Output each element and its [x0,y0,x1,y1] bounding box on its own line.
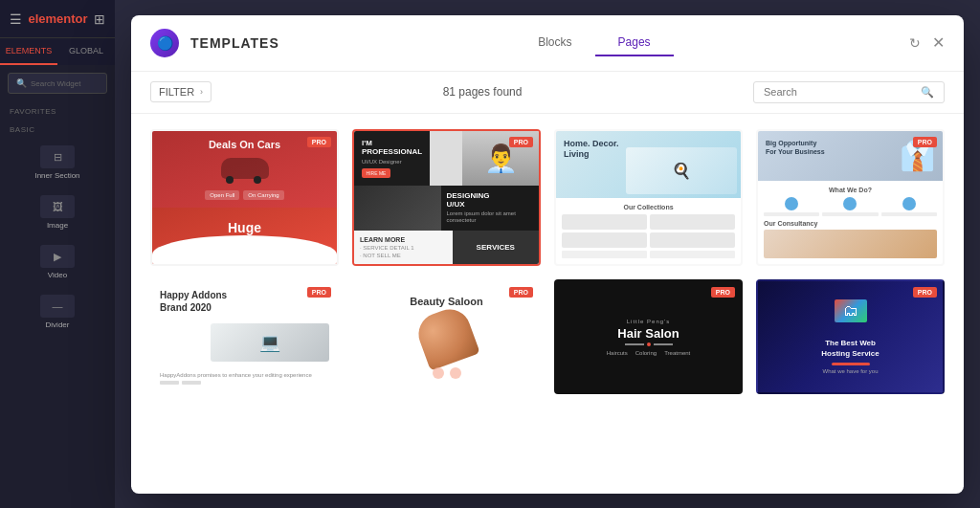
video-icon: ▶ [40,245,75,268]
happy-addons-desc: HappyAddons promises to enhance your edi… [160,371,329,379]
chevron-right-icon: › [200,87,203,97]
image-icon: 🖼 [40,195,75,218]
template-card-home-decor[interactable]: Home. Decor.Living 🍳 Our Collections [554,129,743,267]
hair-salon-service-3: Treatment [664,350,690,356]
template-grid: PRO Deals On Cars Open Full On Carrying [131,114,964,494]
hair-salon-title: Hair Salon [617,326,679,341]
sidebar-item-inner-section[interactable]: ⊟ Inner Section [0,138,115,188]
beauty-saloon-title: Beauty Saloon [410,296,482,307]
sidebar-item-image[interactable]: 🖼 Image [0,188,115,237]
widget-search[interactable]: 🔍 Search Widget [8,73,107,94]
sidebar-item-video[interactable]: ▶ Video [0,237,115,287]
web-hosting-subtitle: What we have for you [822,368,878,374]
pro-badge: PRO [509,137,533,147]
modal-logo-icon: 🔵 [150,29,179,57]
template-card-deals-on-cars[interactable]: PRO Deals On Cars Open Full On Carrying [150,129,339,267]
pro-badge: PRO [711,287,735,298]
basic-section-title: BASIC [0,120,115,138]
template-card-beauty-saloon[interactable]: PRO Beauty Saloon [352,279,541,394]
pro-badge: PRO [913,287,937,298]
divider-icon: — [40,295,75,318]
sidebar-header: ☰ elementor ⊞ [0,0,115,38]
pro-badge: PRO [509,287,533,298]
sidebar: ☰ elementor ⊞ ELEMENTS GLOBAL 🔍 Search W… [0,0,115,508]
favorites-section-title: FAVORITES [0,101,115,120]
hair-salon-service-2: Coloring [635,350,657,356]
card-deals-title: Deals On Cars [209,139,280,150]
template-card-happy-addons[interactable]: PRO Happy AddonsBrand 2020 💻 HappyAddons… [150,279,339,394]
search-icon: 🔍 [16,78,27,88]
template-search[interactable]: 🔍 [753,81,945,103]
filter-button[interactable]: FILTER › [150,81,212,102]
modal-title: TEMPLATES [190,35,279,51]
main-area: 🔵 TEMPLATES Blocks Pages ↻ ✕ FILTER [115,0,980,508]
template-card-business[interactable]: PRO Big OpportunityFor Your Business 👔 W… [756,129,945,267]
web-hosting-title: The Best WebHosting Service [821,339,879,359]
tab-global[interactable]: GLOBAL [57,38,115,65]
hamburger-icon[interactable]: ☰ [10,11,22,27]
tab-elements[interactable]: ELEMENTS [0,38,57,65]
pro-badge: PRO [307,137,331,147]
templates-modal: 🔵 TEMPLATES Blocks Pages ↻ ✕ FILTER [131,15,964,494]
modal-tab-group: Blocks Pages [515,30,673,56]
search-icon: 🔍 [921,86,934,99]
refresh-icon[interactable]: ↻ [909,35,921,51]
grid-icon[interactable]: ⊞ [94,11,105,27]
template-card-professional[interactable]: PRO I'M PROFESSIONAL UI/UX Designer HIRE… [352,129,541,267]
hair-salon-subtitle: Little Peng's [627,319,671,324]
filter-bar: FILTER › 81 pages found 🔍 [131,72,964,114]
template-card-web-hosting[interactable]: PRO 🗂 The Best WebHosting Service What w… [756,279,945,394]
sidebar-tab-group: ELEMENTS GLOBAL [0,38,115,65]
modal-actions: ↻ ✕ [909,33,945,52]
pro-badge: PRO [913,137,937,147]
inner-section-icon: ⊟ [40,145,75,168]
search-input[interactable] [764,86,915,98]
tab-pages[interactable]: Pages [595,30,674,56]
happy-addons-title: Happy AddonsBrand 2020 [160,289,329,314]
hair-salon-service-1: Haircuts [607,350,628,356]
results-count: 81 pages found [212,85,753,99]
sidebar-item-divider[interactable]: — Divider [0,287,115,337]
close-icon[interactable]: ✕ [932,33,945,52]
app-logo: elementor [28,11,87,26]
template-card-hair-salon[interactable]: PRO Little Peng's Hair Salon Haircuts Co… [554,279,743,394]
modal-header: 🔵 TEMPLATES Blocks Pages ↻ ✕ [131,15,964,72]
tab-blocks[interactable]: Blocks [515,30,594,56]
pro-badge: PRO [307,287,331,298]
